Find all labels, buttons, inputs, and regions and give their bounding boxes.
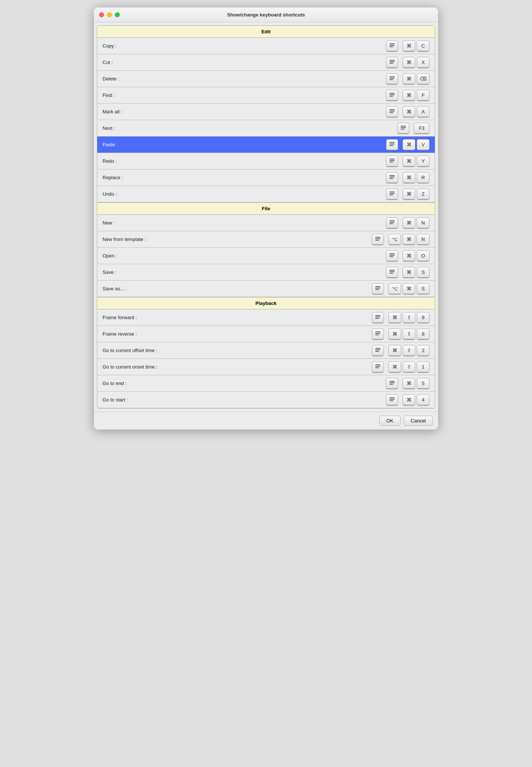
shortcut-row[interactable]: New from template : ⌥⌘N [97,231,435,248]
shortcut-row[interactable]: Undo : ⌘Z [97,186,435,202]
key-badge: X [417,57,429,68]
key-badge: ⌘ [403,217,415,229]
edit-shortcut-button[interactable] [386,394,398,406]
svg-rect-26 [389,178,393,179]
edit-shortcut-button[interactable] [372,329,384,340]
keys-area: ⌘⇧1 [372,361,429,373]
svg-rect-39 [389,270,395,271]
edit-shortcut-button[interactable] [386,189,398,200]
svg-rect-29 [389,195,393,195]
key-badge: O [417,250,429,262]
edit-shortcut-button[interactable] [397,123,409,134]
shortcut-row[interactable]: Save : ⌘S [97,264,435,281]
edit-shortcut-button[interactable] [386,90,398,101]
shortcut-row[interactable]: Frame reverse : ⌘⇧8 [97,326,435,342]
key-badge: ⇧ [403,345,415,356]
svg-rect-7 [389,78,395,79]
shortcut-row[interactable]: Open : ⌘O [97,248,435,264]
key-badge: 9 [417,312,429,323]
svg-rect-30 [389,220,395,221]
shortcut-label: Paste : [103,142,386,147]
shortcut-row[interactable]: Cut : ⌘X [97,54,435,71]
edit-shortcut-button[interactable] [386,73,398,85]
shortcut-row[interactable]: Go to current offset time : ⌘⇧2 [97,342,435,359]
edit-shortcut-button[interactable] [386,106,398,117]
edit-shortcut-button[interactable] [372,345,384,356]
svg-rect-57 [389,381,395,382]
shortcut-row[interactable]: Replace : ⌘R [97,169,435,186]
key-badge: R [417,172,429,183]
shortcut-row[interactable]: Frame forward : ⌘⇧9 [97,309,435,326]
svg-rect-41 [389,273,393,274]
key-badge: ⌘ [403,250,415,262]
shortcut-row[interactable]: Find : ⌘F [97,87,435,104]
shortcut-label: Save : [103,269,386,275]
svg-rect-32 [389,223,393,224]
edit-shortcut-button[interactable] [372,361,384,373]
keys-area: ⌘R [386,172,429,183]
key-badge: ⌘ [388,361,401,373]
edit-shortcut-button[interactable] [386,378,398,389]
shortcut-row[interactable]: Copy : ⌘C [97,38,435,54]
edit-shortcut-button[interactable] [386,217,398,229]
svg-rect-38 [389,256,393,257]
edit-shortcut-button[interactable] [372,283,384,294]
edit-shortcut-button[interactable] [386,40,398,52]
shortcut-row[interactable]: Delete : ⌘⌫ [97,71,435,87]
shortcut-row[interactable]: Mark all : ⌘A [97,104,435,120]
shortcut-row[interactable]: Save as... : ⌥⌘S [97,281,435,297]
title-bar: Show/change keyboard shortcuts [94,7,438,22]
svg-rect-37 [389,255,395,256]
key-badge: F [417,90,429,101]
svg-rect-9 [389,93,395,94]
edit-shortcut-button[interactable] [386,139,398,150]
keys-area: ⌘A [386,106,429,117]
shortcut-row[interactable]: Paste : ⌘V [97,137,435,153]
edit-shortcut-button[interactable] [386,156,398,167]
shortcut-label: New : [103,220,386,226]
edit-shortcut-button[interactable] [386,250,398,262]
svg-rect-40 [389,271,395,272]
edit-shortcut-button[interactable] [386,267,398,278]
svg-rect-6 [389,76,395,77]
svg-rect-49 [375,333,380,334]
svg-rect-19 [389,144,395,144]
shortcut-row[interactable]: Next : F3 [97,120,435,137]
svg-rect-23 [389,162,393,162]
svg-rect-52 [375,349,380,350]
shortcuts-list: EditCopy : ⌘CCut : ⌘XDelete : ⌘⌫Find : ⌘… [97,25,435,409]
edit-shortcut-button[interactable] [372,234,384,245]
edit-shortcut-button[interactable] [386,57,398,68]
shortcut-label: Go to current onset time : [103,364,372,370]
shortcut-row[interactable]: Go to end : ⌘5 [97,375,435,392]
close-button[interactable] [99,12,104,17]
minimize-button[interactable] [107,12,112,17]
shortcut-row[interactable]: Go to current onset time : ⌘⇧1 [97,359,435,375]
svg-rect-53 [375,351,379,352]
edit-shortcut-button[interactable] [372,312,384,323]
svg-rect-35 [375,240,379,241]
key-badge: 1 [417,361,429,373]
svg-rect-56 [375,367,379,368]
svg-rect-51 [375,348,380,349]
keys-area: ⌘Y [386,156,429,167]
key-badge: ⇧ [403,329,415,340]
key-badge: Z [417,189,429,200]
svg-rect-33 [375,237,380,238]
shortcut-row[interactable]: New : ⌘N [97,215,435,231]
key-badge: ⌘ [403,378,415,389]
keys-area: ⌘X [386,57,429,68]
svg-rect-31 [389,222,395,223]
cancel-button[interactable]: Cancel [404,416,433,426]
shortcut-row[interactable]: Go to start : ⌘4 [97,392,435,408]
key-badge: N [417,217,429,229]
shortcut-row[interactable]: Redo : ⌘Y [97,153,435,169]
shortcut-label: Delete : [103,76,386,82]
svg-rect-25 [389,177,395,177]
shortcut-label: Save as... : [103,286,372,291]
ok-button[interactable]: OK [379,416,401,426]
maximize-button[interactable] [115,12,120,17]
edit-shortcut-button[interactable] [386,172,398,183]
shortcut-label: Go to end : [103,381,386,386]
svg-rect-13 [389,111,395,111]
